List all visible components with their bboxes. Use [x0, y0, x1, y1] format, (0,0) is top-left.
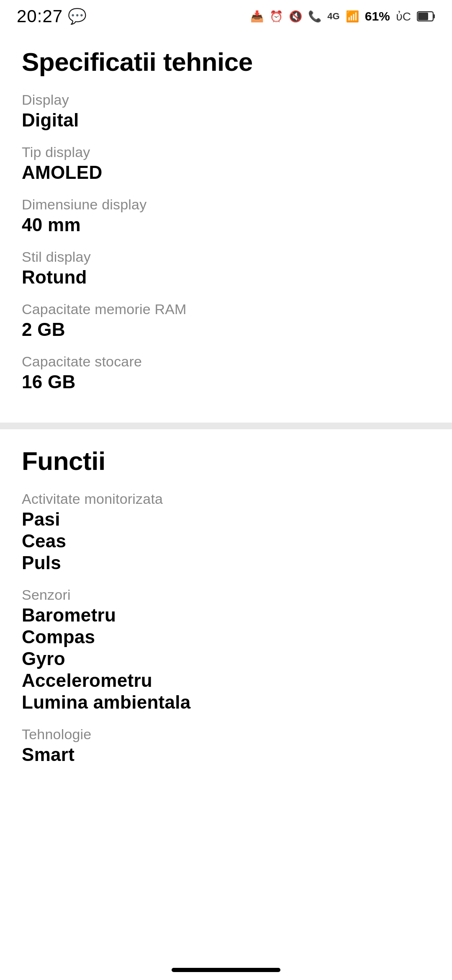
spec-label-stil-display: Stil display — [22, 249, 430, 265]
spec-label-ram: Capacitate memorie RAM — [22, 301, 430, 317]
section-functii: Functii Activitate monitorizata Pasi Cea… — [0, 423, 452, 795]
home-indicator — [172, 968, 280, 972]
status-left: 20:27 💬 — [17, 6, 87, 26]
bottom-bar — [0, 960, 452, 980]
download-icon: 📥 — [250, 10, 264, 23]
spec-tip-display: Tip display AMOLED — [22, 144, 430, 183]
spec-value-activitate-list: Pasi Ceas Puls — [22, 509, 430, 573]
spec-value-puls: Puls — [22, 552, 430, 573]
spec-value-accelerometru: Accelerometru — [22, 670, 430, 691]
spec-activitate: Activitate monitorizata Pasi Ceas Puls — [22, 491, 430, 573]
battery-icon: ὐ‌C — [396, 10, 411, 23]
section-title-functii: Functii — [22, 446, 430, 476]
spec-value-stil-display: Rotund — [22, 267, 430, 288]
section-title-specificatii: Specificatii tehnice — [22, 47, 430, 77]
spec-stil-display: Stil display Rotund — [22, 249, 430, 288]
phone-icon: 📞 — [308, 10, 321, 23]
svg-rect-1 — [433, 14, 435, 18]
spec-value-stocare: 16 GB — [22, 371, 430, 392]
status-bar: 20:27 💬 📥 ⏰ 🔇 📞 4G 📶 61% ὐ‌C — [0, 0, 452, 30]
svg-rect-2 — [418, 13, 428, 20]
spec-label-activitate: Activitate monitorizata — [22, 491, 430, 507]
status-right: 📥 ⏰ 🔇 📞 4G 📶 61% ὐ‌C — [250, 9, 435, 23]
spec-value-barometru: Barometru — [22, 605, 430, 626]
spec-value-gyro: Gyro — [22, 648, 430, 669]
battery-percent: 61% — [365, 9, 390, 23]
spec-senzori: Senzori Barometru Compas Gyro Accelerome… — [22, 587, 430, 713]
signal-icon: 📶 — [346, 10, 359, 23]
spec-label-tehnologie: Tehnologie — [22, 726, 430, 743]
section-specificatii: Specificatii tehnice Display Digital Tip… — [0, 30, 452, 423]
spec-tehnologie: Tehnologie Smart — [22, 726, 430, 765]
spec-value-tehnologie-list: Smart — [22, 744, 430, 765]
spec-value-senzori-list: Barometru Compas Gyro Accelerometru Lumi… — [22, 605, 430, 713]
spec-value-pasi: Pasi — [22, 509, 430, 530]
spec-label-dimensiune-display: Dimensiune display — [22, 196, 430, 213]
spec-value-compas: Compas — [22, 627, 430, 647]
battery-icon-svg — [417, 10, 435, 22]
main-content: Specificatii tehnice Display Digital Tip… — [0, 30, 452, 795]
spec-display: Display Digital — [22, 92, 430, 131]
spec-value-ceas: Ceas — [22, 531, 430, 552]
spec-stocare: Capacitate stocare 16 GB — [22, 353, 430, 392]
mute-icon: 🔇 — [289, 10, 302, 23]
4g-icon: 4G — [327, 11, 339, 22]
spec-label-tip-display: Tip display — [22, 144, 430, 160]
spec-value-ram: 2 GB — [22, 319, 430, 340]
spec-ram: Capacitate memorie RAM 2 GB — [22, 301, 430, 340]
spec-label-stocare: Capacitate stocare — [22, 353, 430, 370]
spec-value-tip-display: AMOLED — [22, 162, 430, 183]
spec-value-smart: Smart — [22, 744, 430, 765]
alarm-icon: ⏰ — [270, 10, 283, 23]
whatsapp-icon: 💬 — [68, 8, 87, 25]
spec-label-senzori: Senzori — [22, 587, 430, 603]
spec-value-dimensiune-display: 40 mm — [22, 214, 430, 235]
spec-value-lumina: Lumina ambientala — [22, 692, 430, 713]
spec-label-display: Display — [22, 92, 430, 108]
status-time: 20:27 — [17, 6, 63, 26]
spec-dimensiune-display: Dimensiune display 40 mm — [22, 196, 430, 235]
spec-value-display: Digital — [22, 110, 430, 131]
